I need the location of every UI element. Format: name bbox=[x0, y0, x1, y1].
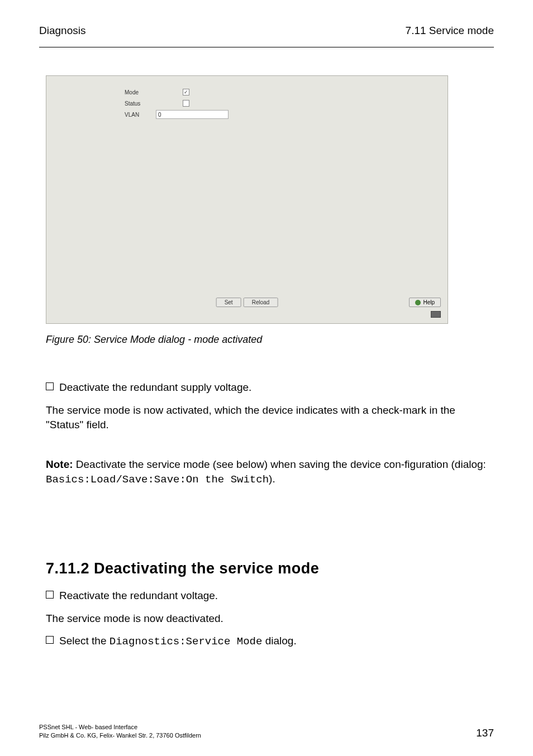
figure-container: Mode ✓ Status VLAN 0 Set Reload Help bbox=[46, 75, 494, 324]
step-reactivate-text: Reactivate the redundant voltage. bbox=[59, 588, 218, 604]
step-reactivate: Reactivate the redundant voltage. bbox=[46, 588, 494, 604]
footer-center-buttons: Set Reload bbox=[216, 298, 278, 307]
dialog-form: Mode ✓ Status VLAN 0 bbox=[125, 87, 229, 121]
mode-label: Mode bbox=[125, 89, 156, 95]
step-checkbox-icon bbox=[46, 591, 54, 599]
mode-row: Mode ✓ bbox=[125, 87, 229, 97]
service-mode-dialog: Mode ✓ Status VLAN 0 Set Reload Help bbox=[46, 75, 448, 324]
step-select-suffix: dialog. bbox=[262, 635, 296, 647]
paragraph-activated: The service mode is now activated, which… bbox=[46, 403, 494, 433]
help-button[interactable]: Help bbox=[409, 298, 441, 307]
status-label: Status bbox=[125, 101, 156, 107]
status-indicator-icon bbox=[431, 311, 441, 318]
vlan-input[interactable]: 0 bbox=[156, 110, 229, 119]
footer-line2: Pilz GmbH & Co. KG, Felix- Wankel Str. 2… bbox=[39, 731, 494, 739]
status-row: Status bbox=[125, 98, 229, 108]
note-code: Basics:Load/Save:Save:On the Switch bbox=[46, 473, 269, 486]
help-icon bbox=[415, 300, 421, 305]
help-label: Help bbox=[423, 299, 435, 305]
step-select-prefix: Select the bbox=[59, 635, 110, 647]
vlan-row: VLAN 0 bbox=[125, 109, 229, 119]
step-select-text: Select the Diagnostics:Service Mode dial… bbox=[59, 634, 297, 649]
mode-checkbox[interactable]: ✓ bbox=[183, 89, 189, 95]
vlan-label: VLAN bbox=[125, 112, 156, 118]
note-text-after: ). bbox=[269, 473, 275, 485]
section-heading: 7.11.2 Deactivating the service mode bbox=[46, 560, 494, 577]
step-select-code: Diagnostics:Service Mode bbox=[110, 635, 263, 648]
page-footer: PSSnet SHL - Web- based Interface Pilz G… bbox=[39, 723, 494, 739]
footer-line1: PSSnet SHL - Web- based Interface bbox=[39, 723, 494, 731]
step-deactivate: Deactivate the redundant supply voltage. bbox=[46, 380, 494, 395]
step-checkbox-icon bbox=[46, 636, 54, 644]
set-button[interactable]: Set bbox=[216, 298, 241, 307]
note-block: Note: Deactivate the service mode (see b… bbox=[46, 457, 494, 487]
footer-left: PSSnet SHL - Web- based Interface Pilz G… bbox=[39, 723, 494, 739]
header-left: Diagnosis bbox=[39, 25, 85, 37]
status-checkbox bbox=[183, 100, 189, 107]
header-right: 7.11 Service mode bbox=[406, 25, 494, 37]
note-text-before: Deactivate the service mode (see below) … bbox=[76, 458, 486, 470]
step-checkbox-icon bbox=[46, 382, 54, 390]
footer-page-number: 137 bbox=[476, 727, 494, 739]
note-prefix: Note: bbox=[46, 458, 76, 470]
figure-caption: Figure 50: Service Mode dialog - mode ac… bbox=[46, 334, 494, 346]
paragraph-deactivated: The service mode is now deactivated. bbox=[46, 611, 494, 626]
step-deactivate-text: Deactivate the redundant supply voltage. bbox=[59, 380, 251, 395]
reload-button[interactable]: Reload bbox=[244, 298, 278, 307]
dialog-footer: Set Reload Help bbox=[46, 298, 448, 315]
page-header: Diagnosis 7.11 Service mode bbox=[39, 25, 494, 47]
step-select: Select the Diagnostics:Service Mode dial… bbox=[46, 634, 494, 649]
